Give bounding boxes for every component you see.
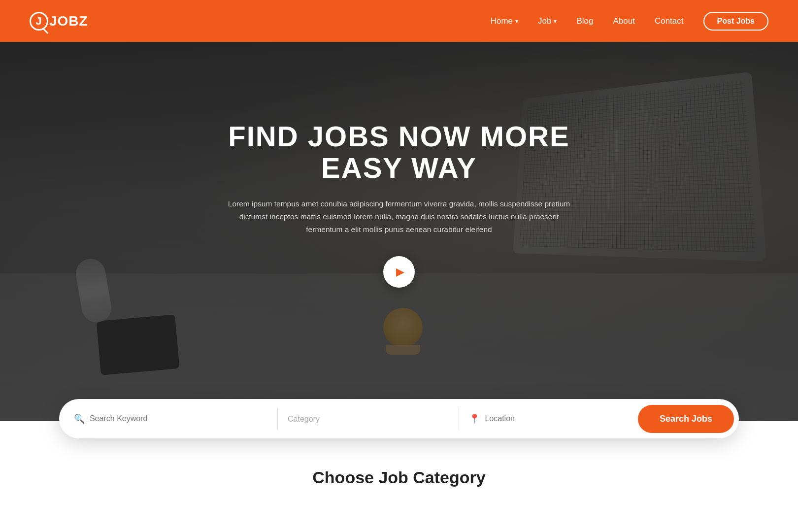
hero-section: FIND JOBS NOW MORE EASY WAY Lorem ipsum … [0, 42, 798, 421]
logo-icon: J [30, 12, 48, 31]
nav-blog[interactable]: Blog [576, 16, 593, 26]
play-icon: ▶ [396, 266, 404, 278]
bottom-title: Choose Job Category [59, 468, 739, 487]
hero-content: FIND JOBS NOW MORE EASY WAY Lorem ipsum … [197, 42, 601, 288]
nav-job[interactable]: Job ▾ [538, 16, 557, 26]
category-field: Category Design Development Marketing Fi… [288, 415, 449, 423]
keyword-field: 🔍 [74, 413, 267, 424]
nav-about[interactable]: About [613, 16, 635, 26]
location-icon: 📍 [469, 413, 480, 424]
divider-2 [459, 408, 459, 430]
nav-contact[interactable]: Contact [655, 16, 684, 26]
search-icon: 🔍 [74, 413, 85, 424]
category-select[interactable]: Category Design Development Marketing Fi… [288, 415, 449, 423]
hero-subtitle: Lorem ipsum tempus amet conubia adipisci… [227, 198, 571, 236]
location-input[interactable] [485, 414, 630, 423]
hero-title: FIND JOBS NOW MORE EASY WAY [197, 121, 601, 184]
chevron-down-icon: ▾ [515, 18, 518, 25]
logo[interactable]: J JOBZ [30, 12, 88, 31]
header: J JOBZ Home ▾ Job ▾ Blog About Contact P… [0, 0, 798, 42]
logo-letter: J [35, 15, 42, 28]
search-jobs-button[interactable]: Search Jobs [638, 405, 734, 433]
search-keyword-input[interactable] [90, 414, 267, 423]
bottom-section: Choose Job Category [0, 438, 798, 502]
chevron-down-icon: ▾ [554, 18, 557, 25]
search-bar: 🔍 Category Design Development Marketing … [59, 399, 739, 438]
nav-home[interactable]: Home ▾ [491, 16, 518, 26]
location-field: 📍 [469, 413, 630, 424]
play-button[interactable]: ▶ [383, 256, 415, 288]
divider-1 [277, 408, 278, 430]
logo-text: JOBZ [49, 13, 88, 29]
logo-search-line [43, 29, 49, 34]
main-nav: Home ▾ Job ▾ Blog About Contact Post Job… [491, 12, 768, 31]
post-jobs-button[interactable]: Post Jobs [703, 12, 768, 31]
search-bar-wrapper: 🔍 Category Design Development Marketing … [0, 399, 798, 438]
